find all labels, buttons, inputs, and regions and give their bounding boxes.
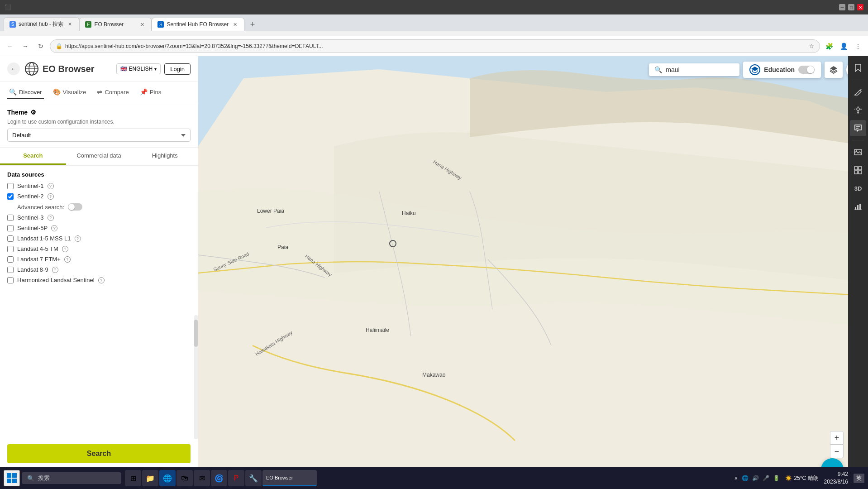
extensions-button[interactable]: 🧩: [823, 40, 835, 53]
address-text: https://apps.sentinel-hub.com/eo-browser…: [65, 43, 806, 49]
svg-rect-19: [7, 473, 11, 478]
advanced-search-toggle[interactable]: [68, 203, 82, 211]
taskbar-app-ie[interactable]: 🌀: [211, 470, 227, 486]
landsat-7-help-icon[interactable]: ?: [64, 256, 71, 263]
layers-button[interactable]: [825, 62, 843, 78]
sidebar-back-button[interactable]: ←: [7, 62, 20, 75]
taskbar-eo-browser-thumb[interactable]: EO Browser: [262, 470, 317, 486]
harmonized-landsat-item: Harmonized Landsat Sentinel ?: [7, 277, 191, 283]
landsat-1-5-checkbox[interactable]: [7, 235, 14, 242]
star-icon[interactable]: ☆: [809, 43, 814, 49]
bookmark-button[interactable]: [850, 60, 866, 76]
taskbar-app-tool[interactable]: 🔧: [245, 470, 262, 486]
forward-button[interactable]: →: [19, 40, 32, 53]
panel-tab-search[interactable]: Search: [0, 148, 66, 165]
landsat-8-9-checkbox[interactable]: [7, 267, 14, 273]
taskbar-app-explorer[interactable]: 📁: [142, 470, 158, 486]
chart-button[interactable]: [850, 198, 866, 215]
nav-tab-pins[interactable]: 📌 Pins: [138, 86, 163, 99]
landsat-4-5-checkbox[interactable]: [7, 246, 14, 252]
search-button[interactable]: Search: [7, 444, 191, 463]
panel-tab-highlights[interactable]: Highlights: [132, 148, 198, 165]
harmonized-landsat-checkbox[interactable]: [7, 277, 14, 283]
tab-favicon-1: S: [10, 21, 16, 28]
image-button[interactable]: [850, 144, 866, 160]
panel-tab-commercial[interactable]: Commercial data: [66, 148, 132, 165]
taskbar-app-mail[interactable]: ✉: [194, 470, 210, 486]
lang-indicator[interactable]: 英: [854, 474, 864, 483]
address-bar[interactable]: 🔒 https://apps.sentinel-hub.com/eo-brows…: [50, 39, 820, 53]
tab-eo-browser[interactable]: E EO Browser ✕: [79, 18, 152, 31]
sentinel-1-checkbox[interactable]: [7, 183, 14, 189]
sentinel-2-checkbox[interactable]: [7, 193, 14, 200]
tab-label-3: Sentinel Hub EO Browser: [167, 21, 229, 28]
layers-icon: [829, 65, 838, 74]
toolbar-divider-2: [852, 140, 864, 140]
grid-button[interactable]: [850, 162, 866, 178]
nav-tab-visualize[interactable]: 🎨 Visualize: [51, 86, 88, 99]
landsat-7-checkbox[interactable]: [7, 256, 14, 263]
map-container[interactable]: Lower Paia Haiku Paia Sunny Side Road Ha…: [198, 56, 868, 489]
sentinel-2-help-icon[interactable]: ?: [48, 193, 54, 200]
sentinel-3-label: Sentinel-3: [17, 214, 44, 221]
new-tab-button[interactable]: +: [246, 18, 259, 31]
taskbar-clock[interactable]: 9:42 2023/8/16: [824, 470, 848, 486]
zoom-in-button[interactable]: +: [830, 431, 844, 445]
education-button[interactable]: Education: [743, 62, 821, 78]
taskbar-app-browser[interactable]: 🌐: [159, 470, 176, 486]
draw-icon: [854, 88, 862, 96]
scroll-thumb[interactable]: [194, 320, 198, 347]
sentinel-5p-help-icon[interactable]: ?: [51, 225, 57, 231]
theme-section: Theme ⚙ Login to use custom configuratio…: [0, 103, 198, 148]
maximize-button[interactable]: □: [848, 4, 854, 10]
menu-button[interactable]: ⋮: [852, 40, 864, 53]
harmonized-landsat-help-icon[interactable]: ?: [98, 277, 105, 283]
draw-button[interactable]: [850, 84, 866, 100]
map-search-icon: 🔍: [654, 66, 662, 73]
taskbar-app-view[interactable]: ⊞: [125, 470, 141, 486]
nav-tab-discover[interactable]: 🔍 Discover: [7, 86, 44, 99]
sentinel-3-help-icon[interactable]: ?: [48, 215, 54, 221]
sentinel-1-item: Sentinel-1 ?: [7, 182, 191, 189]
gear-icon[interactable]: ⚙: [30, 109, 36, 116]
close-button[interactable]: ✕: [857, 4, 863, 10]
account-button[interactable]: 👤: [837, 40, 850, 53]
start-button[interactable]: [4, 470, 20, 486]
sentinel-5p-checkbox[interactable]: [7, 225, 14, 231]
network-icon: 🌐: [742, 475, 749, 481]
back-button[interactable]: ←: [4, 40, 16, 53]
refresh-button[interactable]: ↻: [34, 40, 47, 53]
tab-close-1[interactable]: ✕: [66, 21, 73, 28]
map-search-input[interactable]: [666, 66, 734, 73]
sentinel-3-checkbox[interactable]: [7, 215, 14, 221]
taskbar-app-presentation[interactable]: P: [228, 470, 244, 486]
sentinel-1-help-icon[interactable]: ?: [48, 183, 54, 189]
login-button[interactable]: Login: [164, 63, 191, 75]
landsat-4-5-help-icon[interactable]: ?: [62, 246, 68, 252]
secure-icon: 🔒: [56, 43, 62, 49]
landsat-1-5-help-icon[interactable]: ?: [75, 235, 81, 242]
expand-tray-icon[interactable]: ∧: [734, 475, 738, 481]
location-button[interactable]: [850, 102, 866, 118]
tab-close-3[interactable]: ✕: [231, 21, 238, 28]
minimize-button[interactable]: ─: [839, 4, 845, 10]
threed-button[interactable]: 3D: [850, 180, 866, 197]
nav-tab-compare[interactable]: ⇌ Compare: [95, 86, 130, 99]
location-icon: [854, 106, 862, 114]
tab-sentinel-search[interactable]: S sentinel hub - 搜索 ✕: [4, 17, 79, 31]
speaker-icon: 🔊: [752, 475, 759, 481]
map-search-box[interactable]: 🔍: [649, 63, 739, 76]
annotation-button[interactable]: [850, 120, 866, 136]
zoom-out-button[interactable]: −: [830, 445, 844, 458]
language-button[interactable]: 🇬🇧 ENGLISH ▾: [116, 63, 161, 74]
taskbar-app-store[interactable]: 🛍: [176, 470, 193, 486]
toggle-knob: [68, 204, 75, 210]
tab-close-2[interactable]: ✕: [138, 21, 146, 28]
tab-sentinel-eo[interactable]: S Sentinel Hub EO Browser ✕: [152, 18, 244, 31]
taskbar-search[interactable]: 🔍 搜索: [22, 472, 121, 484]
landsat-8-9-help-icon[interactable]: ?: [52, 267, 58, 273]
theme-select[interactable]: Default: [7, 129, 191, 142]
tab-label-2: EO Browser: [94, 21, 124, 28]
window-controls: ─ □ ✕: [839, 4, 863, 10]
education-toggle[interactable]: [798, 66, 815, 74]
